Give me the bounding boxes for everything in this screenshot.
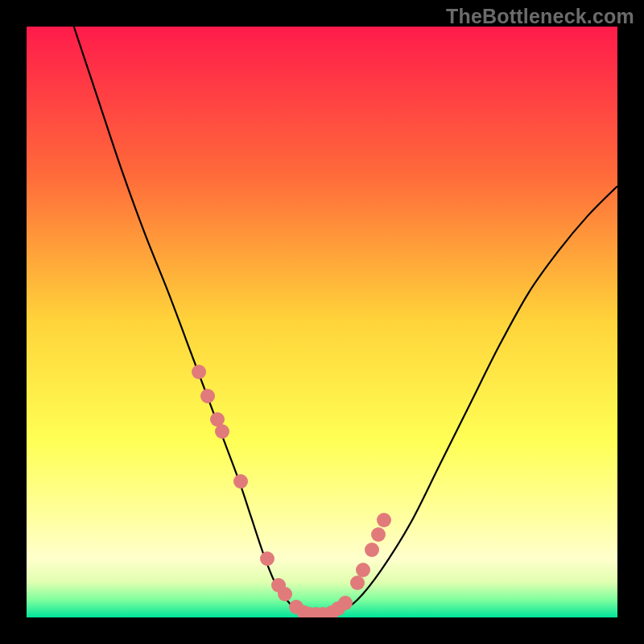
curve-marker — [377, 513, 391, 527]
curve-marker — [260, 551, 275, 566]
curve-marker — [338, 596, 353, 610]
curve-marker — [233, 474, 248, 489]
curve-marker — [215, 424, 229, 439]
bottleneck-curve — [27, 27, 617, 617]
curve-marker — [371, 527, 386, 542]
curve-marker — [365, 543, 379, 557]
curve-marker — [356, 563, 370, 577]
watermark-text: TheBottleneck.com — [446, 5, 634, 28]
curve-marker — [200, 389, 215, 403]
curve-marker — [350, 576, 365, 590]
chart-area — [27, 27, 617, 617]
curve-marker — [278, 587, 292, 601]
curve-marker — [192, 365, 206, 379]
